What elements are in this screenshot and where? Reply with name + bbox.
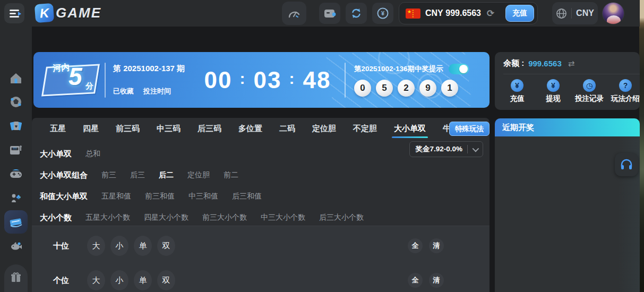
bet-option-双[interactable]: 双 [157,236,175,256]
bet-time-label: 投注时间 [143,87,171,96]
bet-position-label: 个位 [53,276,87,286]
play-option-五星和值[interactable]: 五星和值 [101,192,131,201]
wallet-icon [323,8,336,19]
play-option-总和[interactable]: 总和 [85,149,100,159]
locale-currency-label: CNY [576,8,594,18]
speed-gauge-button[interactable] [282,2,306,25]
play-option-四星大小个数[interactable]: 四星大小个数 [144,213,188,222]
sidebar-item-chess[interactable]: ♣ [4,186,28,210]
lottery-ticket-icon [8,216,23,228]
special-play-button[interactable]: 特殊玩法 [449,122,490,136]
bet-option-小[interactable]: 小 [110,236,128,256]
play-option-定位胆[interactable]: 定位胆 [187,170,210,180]
tab-四星[interactable]: 四星 [74,118,107,139]
wallet-action-question[interactable]: ?玩法介绍 [607,79,640,104]
sidebar-item-home[interactable] [4,66,28,90]
bet-selection-area: 十位大小单双全清个位大小单双全清 [32,226,490,292]
svg-text:♣: ♣ [16,193,21,201]
recent-draws-panel: 近期开奖 [495,118,640,292]
play-option-五星大小个数[interactable]: 五星大小个数 [85,213,130,222]
clear-button[interactable]: 清 [429,238,444,253]
tab-后三码[interactable]: 后三码 [189,118,230,139]
refresh-swap-icon[interactable]: ⇄ [568,59,575,68]
wallet-action-label: 投注记录 [575,94,604,104]
select-all-button[interactable]: 全 [408,238,423,253]
logo-text: GAME [56,5,101,21]
exchange-button[interactable]: ¥ [372,3,393,24]
china-flag-icon: ★ ★ ★★ ★ [406,8,420,19]
bet-option-大[interactable]: 大 [87,236,105,256]
play-option-后二[interactable]: 后二 [159,170,174,180]
sync-button[interactable] [346,3,367,24]
prize-rate-label: 奖金7.92-0.0% [415,144,462,154]
user-avatar[interactable] [602,2,624,24]
issue-info: 第 20251002-137 期 已收藏 投注时间 [113,64,187,96]
yen-icon: ¥ [547,79,560,92]
headset-icon [620,158,633,171]
bet-row-个位: 个位大小单双全清 [32,269,490,291]
clear-button[interactable]: 清 [429,273,444,288]
bet-option-小[interactable]: 小 [110,270,128,290]
play-option-后三大小个数[interactable]: 后三大小个数 [319,213,364,222]
countdown-timer: 00 : 03 : 48 [191,67,345,93]
play-option-前二[interactable]: 前二 [224,170,238,180]
sidebar: ♥ 777 [0,27,32,292]
bet-option-单[interactable]: 单 [134,236,152,256]
clock-icon: ◷ [583,79,596,92]
tab-中三码[interactable]: 中三码 [148,118,189,139]
wallet-action-yen[interactable]: ¥提现 [535,79,571,104]
gauge-icon [288,7,300,19]
play-group-label: 大小个数 [40,213,72,223]
sidebar-item-fishing[interactable] [4,234,28,257]
play-option-前三大小个数[interactable]: 前三大小个数 [202,213,247,222]
bet-position-label: 十位 [53,241,87,251]
refresh-balance-icon[interactable]: ⟳ [487,8,494,19]
recharge-button[interactable]: 充值 [505,5,534,22]
sidebar-item-sports[interactable] [4,90,28,114]
recent-draws-header: 近期开奖 [495,118,640,136]
tab-定位胆[interactable]: 定位胆 [304,118,345,139]
sidebar-item-lottery[interactable] [4,210,28,234]
bet-option-大[interactable]: 大 [87,270,105,290]
tab-五星[interactable]: 五星 [41,118,74,139]
wallet-action-yen[interactable]: ¥充值 [499,79,535,104]
play-option-后三[interactable]: 后三 [130,170,145,180]
play-group-label: 和值大小单双 [40,192,88,202]
prize-rate-dropdown[interactable]: 奖金7.92-0.0% [409,141,483,157]
menu-toggle-button[interactable] [4,3,24,23]
sidebar-item-slots[interactable]: 777 [4,139,28,162]
kgame-logo[interactable]: K GAME [35,4,101,22]
hamburger-icon [10,10,19,11]
select-all-button[interactable]: 全 [408,273,423,288]
tab-多位置[interactable]: 多位置 [230,118,271,139]
play-option-后三和值[interactable]: 后三和值 [232,192,262,201]
yen-icon: ¥ [511,79,523,92]
customer-support-button[interactable] [615,153,638,176]
tab-大小单双[interactable]: 大小单双 [385,118,434,139]
gift-icon [10,271,22,283]
sidebar-item-games[interactable] [4,162,28,186]
wallet-button[interactable] [319,3,340,24]
tab-二码[interactable]: 二码 [271,118,304,139]
bet-option-单[interactable]: 单 [134,270,152,290]
win-hint-toggle[interactable] [449,64,469,74]
bet-option-双[interactable]: 双 [157,270,175,290]
betting-panel: 五星四星前三码中三码后三码多位置二码定位胆不定胆大小单双牛牛特殊玩法 奖金7.9… [32,118,490,292]
svg-text:777: 777 [13,148,17,150]
play-option-前三[interactable]: 前三 [101,170,116,180]
play-option-前三和值[interactable]: 前三和值 [145,192,175,201]
play-option-中三和值[interactable]: 中三和值 [188,192,218,201]
sidebar-item-cards[interactable]: ♥ [4,115,28,138]
soccer-ball-icon [10,96,22,108]
globe-icon [556,8,567,19]
play-option-中三大小个数[interactable]: 中三大小个数 [261,213,305,222]
play-mode-tabs: 五星四星前三码中三码后三码多位置二码定位胆不定胆大小单双牛牛特殊玩法 [32,118,490,139]
countdown-minutes: 03 [254,67,282,93]
tab-不定胆[interactable]: 不定胆 [345,118,385,139]
language-currency-selector[interactable]: CNY [552,2,598,24]
lottery-logo-hanoi-5min[interactable]: 河内 5 分 [41,61,105,99]
tab-前三码[interactable]: 前三码 [107,118,148,139]
sidebar-item-wallet[interactable] [4,285,28,292]
wallet-action-clock[interactable]: ◷投注记录 [571,79,607,104]
favorited-label[interactable]: 已收藏 [113,87,134,96]
